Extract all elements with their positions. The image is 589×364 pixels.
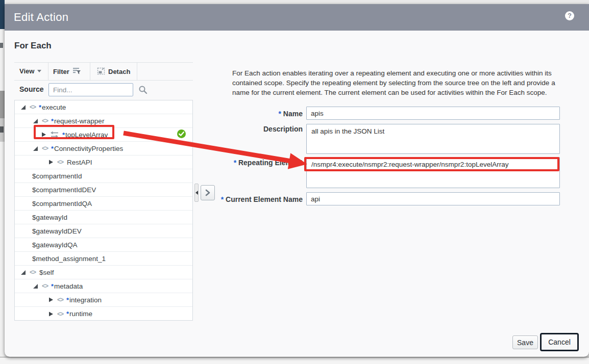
description-textarea[interactable]: all apis in the JSON List	[306, 124, 560, 154]
toolbar-separator	[137, 63, 137, 80]
collapse-left-icon	[195, 191, 198, 195]
toolbar-top-border	[14, 62, 193, 63]
required-marker: *	[66, 296, 69, 304]
tree-row-selected-repeating-element[interactable]: * topLevelArray	[15, 128, 192, 142]
expand-icon[interactable]	[47, 297, 55, 303]
source-tree: <> * execute <> * request-wrapper * topL…	[14, 100, 193, 321]
required-marker: *	[51, 282, 54, 290]
cancel-button[interactable]: Cancel	[540, 333, 579, 351]
element-node-icon: <>	[42, 117, 48, 124]
tree-row[interactable]: <> RestAPI	[15, 155, 192, 169]
tree-row[interactable]: <> * execute	[15, 100, 192, 114]
expand-icon[interactable]	[47, 159, 55, 165]
current-element-name-input[interactable]	[306, 192, 560, 205]
search-icon[interactable]	[138, 85, 148, 96]
filter-button-label: Filter	[53, 68, 69, 75]
chevron-down-icon	[37, 70, 41, 72]
tree-node-label[interactable]: $compartmentId	[32, 172, 82, 180]
tree-row[interactable]: <> * request-wrapper	[15, 114, 192, 128]
panel-collapse-handle[interactable]	[194, 184, 199, 202]
dialog-header	[5, 4, 589, 31]
tree-node-label[interactable]: $compartmentIdDEV	[32, 186, 96, 194]
tree-row[interactable]: <> * ConnectivityProperties	[15, 142, 192, 155]
tree-row[interactable]: <> * metadata	[15, 279, 192, 293]
tree-row[interactable]: $compartmentId	[15, 169, 192, 183]
description-line: name for the current element. The curren…	[232, 88, 570, 97]
tree-node-label[interactable]: topLevelArray	[65, 131, 108, 139]
source-panel-label: Source	[19, 85, 43, 93]
repeating-element-textarea[interactable]: /nsmpr4:execute/nsmpr2:request-wrapper/n…	[306, 157, 560, 188]
action-type-heading: For Each	[14, 41, 52, 51]
tree-node-label[interactable]: $gatewayIdQA	[32, 241, 78, 249]
find-input[interactable]	[48, 83, 133, 96]
for-each-description: For Each action enables iterating over a…	[232, 68, 570, 97]
tree-node-label[interactable]: integration	[69, 296, 102, 304]
filter-icon	[72, 67, 81, 76]
name-input[interactable]	[306, 107, 560, 120]
element-node-icon: <>	[57, 296, 63, 303]
tree-row[interactable]: $gatewayId	[15, 211, 192, 224]
description-line: For Each action enables iterating over a…	[232, 68, 570, 78]
collapse-icon[interactable]	[20, 104, 27, 110]
tree-row[interactable]: $compartmentIdQA	[15, 197, 192, 211]
element-node-icon: <>	[42, 145, 48, 152]
detach-icon	[97, 67, 105, 76]
tree-node-label[interactable]: $compartmentIdQA	[32, 200, 92, 207]
description-label: Description	[218, 125, 303, 133]
background-page-left-edge	[0, 0, 5, 364]
collapse-icon[interactable]	[20, 269, 27, 275]
tree-node-label[interactable]: $self	[39, 269, 54, 276]
tree-node-label[interactable]: $gatewayIdDEV	[32, 227, 82, 235]
name-label: * Name	[218, 110, 303, 118]
element-node-icon: <>	[42, 282, 48, 290]
tree-node-label[interactable]: execute	[42, 103, 66, 111]
move-to-field-button[interactable]	[201, 185, 215, 200]
collapse-icon[interactable]	[32, 145, 39, 151]
element-node-icon: <>	[30, 269, 36, 276]
view-menu-button[interactable]: View	[19, 67, 41, 75]
tree-row[interactable]: <> * integration	[15, 293, 192, 307]
description-line: contained scope. Specify the repeating e…	[232, 78, 570, 88]
tree-row[interactable]: <> * runtime	[15, 307, 192, 321]
required-marker: *	[234, 159, 236, 167]
repeating-element-label: * Repeating Element	[218, 159, 303, 167]
required-marker: *	[62, 131, 65, 139]
chevron-right-icon	[205, 189, 211, 196]
element-node-icon: <>	[57, 310, 63, 318]
element-node-icon: <>	[57, 159, 63, 166]
collapse-icon[interactable]	[32, 283, 39, 289]
required-marker: *	[39, 103, 41, 111]
tree-node-label[interactable]: ConnectivityProperties	[54, 145, 123, 152]
element-node-icon: <>	[30, 103, 36, 111]
expand-icon[interactable]	[40, 132, 47, 138]
toolbar-separator	[90, 63, 90, 80]
tree-node-label[interactable]: $method_assignment_1	[32, 255, 106, 263]
tree-row[interactable]: $compartmentIdDEV	[15, 183, 192, 197]
dialog-title: Edit Action	[14, 11, 68, 24]
required-marker: *	[221, 195, 224, 203]
expand-icon[interactable]	[47, 311, 55, 317]
detach-button[interactable]: Detach	[97, 67, 130, 76]
tree-row[interactable]: $gatewayIdDEV	[15, 224, 192, 238]
filter-button[interactable]: Filter	[53, 67, 81, 76]
tree-node-label[interactable]: RestAPI	[67, 159, 92, 166]
tree-row[interactable]: <> $self	[15, 266, 192, 279]
tree-row[interactable]: $method_assignment_1	[15, 252, 192, 266]
background-gray-block	[0, 91, 5, 118]
tree-node-label[interactable]: runtime	[69, 310, 92, 318]
save-button[interactable]: Save	[512, 335, 538, 349]
background-page-bottom-edge	[0, 357, 589, 364]
view-menu-label: View	[19, 67, 34, 75]
collapse-icon[interactable]	[32, 118, 39, 124]
tree-node-label[interactable]: metadata	[54, 282, 83, 290]
background-text-fragment	[0, 43, 3, 48]
tree-row[interactable]: $gatewayIdQA	[15, 238, 192, 252]
tree-node-label[interactable]: $gatewayId	[32, 214, 67, 221]
current-element-name-label: * Current Element Name	[218, 195, 303, 203]
detach-button-label: Detach	[108, 68, 130, 75]
tree-node-label[interactable]: request-wrapper	[54, 117, 104, 125]
toolbar-separator	[48, 63, 48, 80]
help-icon[interactable]: ?	[565, 11, 574, 20]
required-marker: *	[51, 117, 54, 125]
required-marker: *	[66, 310, 69, 318]
